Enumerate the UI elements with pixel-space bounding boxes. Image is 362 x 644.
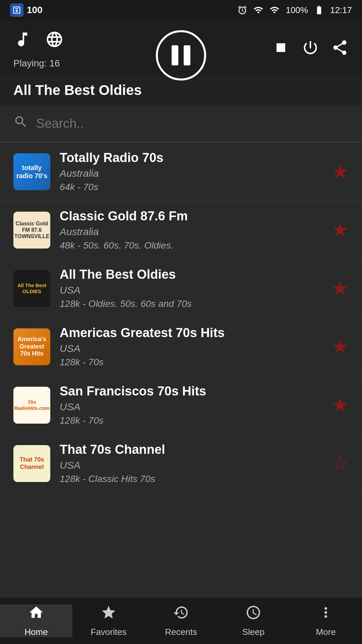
home-icon: [28, 604, 44, 624]
search-input[interactable]: [36, 116, 349, 131]
pause-button[interactable]: [156, 30, 206, 80]
power-button[interactable]: [302, 39, 319, 60]
favorites-icon: [101, 604, 117, 624]
signal-icon: [269, 5, 280, 15]
nav-label-favorites: Favorites: [91, 627, 127, 637]
station-name: That 70s Channel: [60, 442, 322, 457]
nav-item-sleep[interactable]: Sleep: [217, 604, 290, 637]
station-country: Australia: [60, 226, 322, 237]
station-info-3: All The Best Oldies USA 128k - Oldies. 5…: [60, 267, 322, 309]
nav-item-home[interactable]: Home: [0, 604, 72, 637]
list-item[interactable]: totally radio 70's Totally Radio 70s Aus…: [0, 143, 362, 201]
station-name: San Franciscos 70s Hits: [60, 384, 322, 398]
station-info-4: Americas Greatest 70s Hits USA 128k - 70…: [60, 326, 322, 368]
list-item[interactable]: America's Greatest 70s Hits Americas Gre…: [0, 318, 362, 376]
wifi-icon: [253, 5, 263, 15]
nav-label-recents: Recents: [165, 627, 197, 637]
header-icons-row: [13, 30, 64, 53]
list-item[interactable]: That 70s Channel That 70s Channel USA 12…: [0, 434, 362, 493]
nav-item-favorites[interactable]: Favorites: [72, 604, 145, 637]
station-country: USA: [60, 343, 322, 354]
station-logo-3: All The Best OLDIES: [13, 270, 50, 307]
station-bitrate: 48k - 50s. 60s. 70s. Oldies.: [60, 240, 322, 251]
favorite-star-4[interactable]: ★: [332, 336, 349, 358]
favorite-star-2[interactable]: ★: [332, 219, 349, 241]
nav-label-sleep: Sleep: [242, 627, 265, 637]
pause-icon: [172, 45, 190, 65]
sleep-icon: [245, 604, 261, 624]
music-note-icon[interactable]: [13, 30, 32, 53]
station-country: USA: [60, 401, 322, 413]
nav-label-more: More: [316, 627, 336, 637]
station-country: Australia: [60, 168, 322, 179]
favorite-star-3[interactable]: ★: [332, 277, 349, 299]
station-bitrate: 128k - 70s: [60, 415, 322, 426]
battery-icon: [314, 5, 324, 15]
status-left: 100: [10, 3, 43, 17]
station-info-6: That 70s Channel USA 128k - Classic Hits…: [60, 442, 322, 484]
player-right-controls: [272, 39, 349, 60]
favorite-star-1[interactable]: ★: [332, 161, 349, 182]
station-name: Americas Greatest 70s Hits: [60, 326, 322, 340]
station-name: Classic Gold 87.6 Fm: [60, 209, 322, 223]
bottom-nav: Home Favorites Recents Sleep More: [0, 597, 362, 644]
station-bitrate: 128k - Oldies. 50s. 60s and 70s: [60, 299, 322, 309]
share-button[interactable]: [331, 39, 349, 60]
station-logo-2: Classic Gold FM 87.6 TOWNSVILLE: [13, 212, 50, 249]
alarm-icon: [237, 5, 247, 15]
station-name: All The Best Oldies: [60, 267, 322, 282]
station-bitrate: 128k - 70s: [60, 357, 322, 368]
station-logo-1: totally radio 70's: [13, 153, 50, 190]
station-bitrate: 64k - 70s: [60, 182, 322, 193]
time: 12:17: [330, 5, 352, 15]
stop-button[interactable]: [272, 39, 290, 60]
station-info-2: Classic Gold 87.6 Fm Australia 48k - 50s…: [60, 209, 322, 251]
nav-item-recents[interactable]: Recents: [145, 604, 217, 637]
search-icon: [13, 114, 28, 132]
nav-item-more[interactable]: More: [290, 604, 362, 637]
station-list: totally radio 70's Totally Radio 70s Aus…: [0, 143, 362, 624]
station-country: USA: [60, 284, 322, 296]
station-info-5: San Franciscos 70s Hits USA 128k - 70s: [60, 384, 322, 426]
playing-label: Playing: 16: [13, 58, 60, 69]
station-logo-5: 70s RadioHits.com: [13, 387, 50, 424]
list-item[interactable]: All The Best OLDIES All The Best Oldies …: [0, 259, 362, 318]
globe-icon[interactable]: [45, 30, 64, 53]
status-app-number: 100: [27, 5, 43, 15]
player-left-controls: Playing: 16: [13, 30, 64, 69]
status-right: 100% 12:17: [237, 5, 352, 15]
favorite-star-6[interactable]: ☆: [332, 452, 349, 474]
list-item[interactable]: 70s RadioHits.com San Franciscos 70s Hit…: [0, 376, 362, 434]
station-info-1: Totally Radio 70s Australia 64k - 70s: [60, 151, 322, 193]
app-icon: [10, 3, 23, 17]
recents-icon: [173, 604, 189, 624]
status-bar: 100 100% 12:17: [0, 0, 362, 20]
station-logo-6: That 70s Channel: [13, 445, 50, 482]
station-logo-4: America's Greatest 70s Hits: [13, 328, 50, 365]
more-icon: [318, 604, 334, 624]
battery-level: 100%: [286, 5, 308, 15]
search-bar: [0, 105, 362, 143]
station-country: USA: [60, 460, 322, 471]
station-bitrate: 128k - Classic Hits 70s: [60, 474, 322, 484]
station-name: Totally Radio 70s: [60, 151, 322, 165]
player-header: Playing: 16: [0, 20, 362, 75]
list-item[interactable]: Classic Gold FM 87.6 TOWNSVILLE Classic …: [0, 201, 362, 259]
favorite-star-5[interactable]: ★: [332, 394, 349, 416]
nav-label-home: Home: [24, 627, 48, 637]
